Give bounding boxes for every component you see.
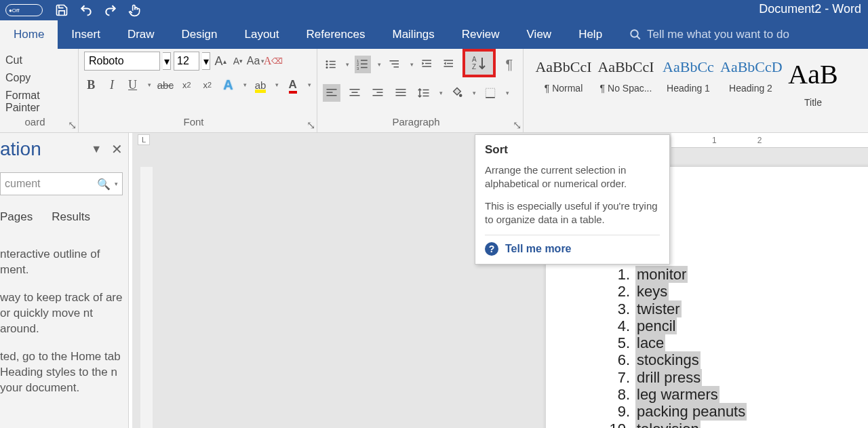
tab-design[interactable]: Design xyxy=(168,20,231,49)
tab-selector-icon[interactable]: L xyxy=(138,134,150,145)
list-item[interactable]: 8.leg warmers xyxy=(607,386,747,403)
touch-mode-icon[interactable] xyxy=(128,3,142,17)
numbering-icon[interactable]: 123 xyxy=(355,56,371,73)
borders-icon[interactable] xyxy=(481,84,499,102)
list-item[interactable]: 2.keys xyxy=(607,283,747,300)
bold-button[interactable]: B xyxy=(84,77,98,92)
strikethrough-button[interactable]: abc xyxy=(158,77,173,92)
nav-tab-results[interactable]: Results xyxy=(52,210,90,224)
list-item[interactable]: 9.packing peanuts xyxy=(607,403,747,420)
line-spacing-icon[interactable] xyxy=(415,84,433,102)
multilevel-list-icon[interactable] xyxy=(387,56,403,73)
tab-layout[interactable]: Layout xyxy=(231,20,292,49)
sort-button[interactable]: AZ xyxy=(462,49,496,77)
save-icon[interactable] xyxy=(55,3,68,17)
vertical-ruler[interactable] xyxy=(140,167,153,428)
list-item[interactable]: 7.drill press xyxy=(607,369,747,386)
cut-button[interactable]: Cut xyxy=(5,52,73,69)
font-color-icon[interactable]: A xyxy=(285,77,300,92)
italic-button[interactable]: I xyxy=(105,77,119,92)
tab-mailings[interactable]: Mailings xyxy=(378,20,448,49)
svg-rect-21 xyxy=(443,60,453,61)
list-item[interactable]: 4.pencil xyxy=(607,317,747,334)
style-heading-1[interactable]: AaBbCcHeading 1 xyxy=(658,56,719,108)
font-name-combo[interactable]: Roboto xyxy=(84,52,160,71)
align-left-icon[interactable] xyxy=(323,84,340,102)
list-item[interactable]: 10.television xyxy=(607,421,747,428)
svg-point-44 xyxy=(460,94,462,96)
paragraph-group-label: Paragraph xyxy=(317,116,515,131)
format-painter-button[interactable]: Format Painter xyxy=(5,87,73,117)
tell-me-search[interactable]: Tell me what you want to do xyxy=(629,20,789,49)
svg-line-1 xyxy=(637,36,640,39)
list-item[interactable]: 3.twister xyxy=(607,300,747,317)
nav-close-icon[interactable]: ✕ xyxy=(111,141,123,157)
svg-rect-18 xyxy=(425,63,431,64)
svg-rect-22 xyxy=(447,63,453,64)
svg-marker-19 xyxy=(422,62,424,65)
undo-icon[interactable] xyxy=(79,3,93,17)
superscript-button[interactable]: x2 xyxy=(201,77,215,92)
tab-help[interactable]: Help xyxy=(565,20,616,49)
horizontal-ruler[interactable]: 1 2 xyxy=(671,133,868,148)
search-icon[interactable]: 🔍 xyxy=(97,178,111,191)
nav-tab-pages[interactable]: Pages xyxy=(0,210,33,224)
svg-rect-11 xyxy=(361,64,368,65)
style-title[interactable]: AaBTitle xyxy=(783,56,844,108)
align-right-icon[interactable] xyxy=(369,84,387,102)
list-item[interactable]: 5.lace xyxy=(607,334,747,351)
tooltip-text: Arrange the current selection in alphabe… xyxy=(485,163,660,191)
clear-formatting-icon[interactable]: A⌫ xyxy=(266,54,281,69)
nav-help-text: ted, go to the Home tab Heading styles t… xyxy=(0,349,123,396)
svg-rect-38 xyxy=(396,92,406,94)
svg-point-4 xyxy=(326,64,328,66)
style---normal[interactable]: AaBbCcI¶ Normal xyxy=(533,56,594,108)
list-item[interactable]: 6.stockings xyxy=(607,351,747,368)
svg-rect-5 xyxy=(330,64,336,65)
decrease-indent-icon[interactable] xyxy=(419,56,435,73)
subscript-button[interactable]: x2 xyxy=(180,77,194,92)
grow-font-icon[interactable]: A▴ xyxy=(213,54,228,69)
show-hide-paragraph-icon[interactable]: ¶ xyxy=(501,56,517,73)
change-case-icon[interactable]: Aa▾ xyxy=(248,54,263,69)
copy-button[interactable]: Copy xyxy=(5,69,73,87)
svg-point-0 xyxy=(631,30,638,37)
redo-icon[interactable] xyxy=(104,3,117,17)
bullets-icon[interactable] xyxy=(323,56,339,73)
tab-insert[interactable]: Insert xyxy=(58,20,114,49)
style-heading-2[interactable]: AaBbCcDHeading 2 xyxy=(720,56,781,108)
tab-review[interactable]: Review xyxy=(448,20,513,49)
nav-dropdown-icon[interactable]: ▼ xyxy=(91,143,102,155)
tooltip-title: Sort xyxy=(485,143,660,157)
svg-rect-3 xyxy=(330,61,336,62)
font-size-dropdown-icon[interactable]: ▾ xyxy=(202,52,210,70)
list-item[interactable]: 1.monitor xyxy=(607,266,747,283)
highlight-icon[interactable]: ab xyxy=(254,77,268,92)
svg-rect-34 xyxy=(373,89,383,90)
paragraph-launcher-icon[interactable]: ⤡ xyxy=(512,120,521,130)
text-effects-icon[interactable]: A xyxy=(221,77,235,92)
tooltip-text: This is especially useful if you're tryi… xyxy=(485,199,660,227)
font-name-dropdown-icon[interactable]: ▾ xyxy=(163,52,171,70)
tab-references[interactable]: References xyxy=(293,20,379,49)
shading-icon[interactable] xyxy=(448,84,466,102)
tell-me-more-link[interactable]: ? Tell me more xyxy=(485,235,660,256)
autosave-toggle[interactable]: ● Off xyxy=(5,4,43,16)
clipboard-launcher-icon[interactable]: ⤡ xyxy=(67,120,77,130)
increase-indent-icon[interactable] xyxy=(441,56,457,73)
tab-draw[interactable]: Draw xyxy=(114,20,168,49)
svg-rect-30 xyxy=(327,95,337,96)
font-launcher-icon[interactable]: ⤡ xyxy=(306,120,315,130)
underline-button[interactable]: U xyxy=(125,77,140,92)
shrink-font-icon[interactable]: A▾ xyxy=(231,54,245,69)
style---no-spac---[interactable]: AaBbCcI¶ No Spac... xyxy=(595,56,656,108)
tab-view[interactable]: View xyxy=(513,20,566,49)
svg-rect-16 xyxy=(394,66,399,68)
font-size-combo[interactable]: 12 xyxy=(174,52,199,71)
tab-home[interactable]: Home xyxy=(0,20,58,49)
svg-rect-36 xyxy=(373,95,383,96)
justify-icon[interactable] xyxy=(392,84,410,102)
align-center-icon[interactable] xyxy=(346,84,363,102)
svg-rect-17 xyxy=(422,60,431,61)
nav-search-input[interactable]: cument 🔍 ▾ xyxy=(0,172,123,195)
